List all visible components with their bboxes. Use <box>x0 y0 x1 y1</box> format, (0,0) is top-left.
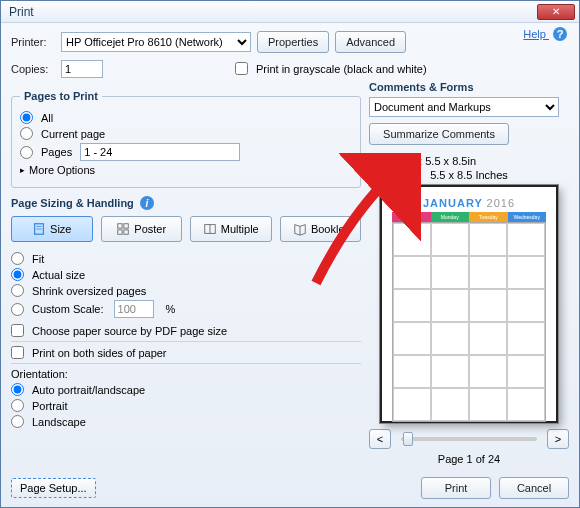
page-preview: JANUARY 2016 SundayMondayTuesdayWednesda… <box>380 185 558 423</box>
percent-label: % <box>166 303 176 315</box>
document-size-label: Document: 5.5 x 8.5in <box>369 155 569 167</box>
window-title: Print <box>5 5 537 19</box>
radio-fit[interactable] <box>11 252 24 265</box>
booklet-icon <box>293 222 307 236</box>
summarize-button[interactable]: Summarize Comments <box>369 123 509 145</box>
custom-scale-input <box>114 300 154 318</box>
titlebar: Print ✕ <box>1 1 579 23</box>
radio-pages[interactable] <box>20 146 33 159</box>
copies-input[interactable] <box>61 60 103 78</box>
choose-paper-label: Choose paper source by PDF page size <box>32 325 227 337</box>
svg-rect-1 <box>118 224 122 228</box>
preview-slider[interactable] <box>401 437 537 441</box>
radio-landscape[interactable] <box>11 415 24 428</box>
radio-current-label: Current page <box>41 128 105 140</box>
comments-select[interactable]: Document and Markups <box>369 97 559 117</box>
help-icon: ? <box>553 27 567 41</box>
both-sides-checkbox[interactable] <box>11 346 24 359</box>
booklet-tab[interactable]: Booklet <box>280 216 362 242</box>
grayscale-checkbox-row[interactable]: Print in grayscale (black and white) <box>235 62 427 75</box>
radio-pages-label: Pages <box>41 146 72 158</box>
printer-select[interactable]: HP Officejet Pro 8610 (Network) <box>61 32 251 52</box>
radio-portrait[interactable] <box>11 399 24 412</box>
size-icon <box>32 222 46 236</box>
svg-rect-3 <box>118 230 122 234</box>
printer-label: Printer: <box>11 36 55 48</box>
help-link[interactable]: Help ? <box>523 27 567 41</box>
pages-to-print-legend: Pages to Print <box>20 90 102 102</box>
help-label: Help <box>523 28 546 40</box>
radio-auto-orient[interactable] <box>11 383 24 396</box>
properties-button[interactable]: Properties <box>257 31 329 53</box>
multiple-icon <box>203 222 217 236</box>
calendar-grid <box>392 222 546 422</box>
grayscale-label: Print in grayscale (black and white) <box>256 63 427 75</box>
more-options-toggle[interactable]: More Options <box>20 164 352 176</box>
poster-tab[interactable]: Poster <box>101 216 183 242</box>
preview-next-button[interactable]: > <box>547 429 569 449</box>
print-button[interactable]: Print <box>421 477 491 499</box>
slider-thumb[interactable] <box>403 432 413 446</box>
radio-shrink-label: Shrink oversized pages <box>32 285 146 297</box>
cancel-button[interactable]: Cancel <box>499 477 569 499</box>
pages-to-print-group: Pages to Print All Current page Pages Mo… <box>11 90 361 188</box>
paper-size-label: 5.5 x 8.5 Inches <box>369 169 569 181</box>
radio-actual-label: Actual size <box>32 269 85 281</box>
print-dialog: Print ✕ Help ? Printer: HP Officejet Pro… <box>0 0 580 508</box>
radio-actual[interactable] <box>11 268 24 281</box>
calendar-title: JANUARY 2016 <box>392 197 546 209</box>
portrait-label: Portrait <box>32 400 67 412</box>
custom-scale-label: Custom Scale: <box>32 303 104 315</box>
preview-prev-button[interactable]: < <box>369 429 391 449</box>
radio-fit-label: Fit <box>32 253 44 265</box>
radio-current[interactable] <box>20 127 33 140</box>
auto-orient-label: Auto portrait/landscape <box>32 384 145 396</box>
radio-shrink[interactable] <box>11 284 24 297</box>
copies-label: Copies: <box>11 63 55 75</box>
pages-range-input[interactable] <box>80 143 240 161</box>
size-tab[interactable]: Size <box>11 216 93 242</box>
radio-all-label: All <box>41 112 53 124</box>
grayscale-checkbox[interactable] <box>235 62 248 75</box>
sizing-title: Page Sizing & Handling i <box>11 196 361 210</box>
preview-page-label: Page 1 of 24 <box>369 453 569 465</box>
advanced-button[interactable]: Advanced <box>335 31 406 53</box>
radio-all[interactable] <box>20 111 33 124</box>
page-setup-button[interactable]: Page Setup... <box>11 478 96 498</box>
poster-icon <box>116 222 130 236</box>
svg-rect-2 <box>124 224 128 228</box>
orientation-label: Orientation: <box>11 368 361 380</box>
multiple-tab[interactable]: Multiple <box>190 216 272 242</box>
radio-custom-scale[interactable] <box>11 303 24 316</box>
landscape-label: Landscape <box>32 416 86 428</box>
close-button[interactable]: ✕ <box>537 4 575 20</box>
choose-paper-checkbox[interactable] <box>11 324 24 337</box>
both-sides-label: Print on both sides of paper <box>32 347 167 359</box>
svg-rect-4 <box>124 230 128 234</box>
comments-title: Comments & Forms <box>369 81 569 93</box>
info-icon[interactable]: i <box>140 196 154 210</box>
calendar-weekday-header: SundayMondayTuesdayWednesday <box>392 212 546 222</box>
